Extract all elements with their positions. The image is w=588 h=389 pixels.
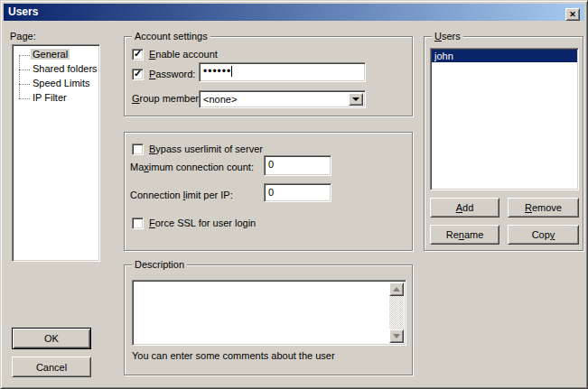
tree-item-speed-limits[interactable]: Speed Limits: [31, 77, 99, 91]
tree-item-label: IP Filter: [31, 92, 69, 103]
remove-button[interactable]: Remove: [508, 198, 579, 218]
page-label: Page:: [10, 31, 36, 42]
title-bar[interactable]: Users ✕: [4, 4, 584, 21]
copy-button[interactable]: Copy: [508, 225, 579, 245]
ip-limit-input[interactable]: 0: [264, 183, 331, 202]
scrollbar-track[interactable]: [389, 296, 404, 329]
tree-item-label: General: [31, 49, 70, 60]
group-membership-select[interactable]: <none>: [199, 90, 366, 108]
account-settings-group: Account settings Enable account Password…: [124, 36, 413, 116]
tree-item-label: Speed Limits: [31, 78, 92, 88]
password-input[interactable]: ••••••: [199, 62, 366, 82]
connection-limits-group: Bypass userlimit of server Maximum conne…: [124, 132, 413, 251]
scroll-down-icon[interactable]: [389, 329, 404, 343]
user-list-item[interactable]: john: [432, 50, 577, 62]
text-caret: [231, 66, 232, 77]
force-ssl-row: Force SSL for user login: [132, 217, 256, 229]
description-scrollbar[interactable]: [389, 282, 404, 343]
bypass-userlimit-label: Bypass userlimit of server: [149, 144, 263, 154]
description-title: Description: [132, 259, 187, 271]
ok-button[interactable]: OK: [12, 328, 91, 349]
force-ssl-label: Force SSL for user login: [149, 218, 256, 228]
window-title: Users: [8, 5, 38, 18]
tree-item-ip-filter[interactable]: IP Filter: [31, 91, 99, 106]
user-name: john: [434, 51, 453, 61]
ip-limit-value: 0: [268, 187, 274, 198]
max-connections-value: 0: [268, 159, 274, 170]
bypass-userlimit-checkbox[interactable]: [132, 144, 144, 155]
password-row: Password:: [132, 68, 195, 80]
chevron-down-icon: [352, 97, 359, 101]
bypass-userlimit-row: Bypass userlimit of server: [132, 143, 263, 155]
password-value: ••••••: [203, 65, 231, 78]
ip-limit-label: Connection limit per IP:: [130, 190, 233, 200]
tree-item-general[interactable]: General: [31, 48, 99, 62]
users-dialog: Users ✕ Page: General Shared folders Spe…: [0, 0, 588, 389]
group-membership-value: <none>: [203, 94, 237, 105]
tree-connector-line: [19, 55, 20, 98]
tree-item-label: Shared folders: [31, 63, 99, 74]
enable-account-label: Enable account: [149, 49, 218, 60]
max-connections-label: Maximum connection count:: [130, 162, 254, 172]
users-group-title: Users: [432, 31, 463, 42]
enable-account-row: Enable account: [132, 48, 218, 60]
account-settings-title: Account settings: [132, 31, 210, 42]
description-group: Description You can enter some comments …: [124, 264, 413, 375]
users-group: Users john Add Remove Rename Copy: [424, 36, 583, 251]
enable-account-checkbox[interactable]: [132, 49, 144, 60]
close-icon[interactable]: ✕: [565, 8, 580, 21]
add-button[interactable]: Add: [430, 198, 499, 218]
max-connections-input[interactable]: 0: [264, 155, 331, 176]
description-hint: You can enter some comments about the us…: [132, 350, 335, 361]
tree-item-shared-folders[interactable]: Shared folders: [31, 62, 99, 77]
scroll-up-icon[interactable]: [389, 282, 404, 296]
page-tree[interactable]: General Shared folders Speed Limits IP F…: [12, 44, 100, 262]
rename-button[interactable]: Rename: [430, 225, 499, 245]
combo-dropdown-button[interactable]: [349, 93, 363, 106]
password-checkbox[interactable]: [132, 69, 144, 80]
cancel-button[interactable]: Cancel: [12, 357, 91, 377]
users-list[interactable]: john: [430, 48, 579, 190]
password-label: Password:: [149, 69, 195, 79]
description-textarea[interactable]: [132, 280, 406, 346]
force-ssl-checkbox[interactable]: [132, 218, 144, 229]
